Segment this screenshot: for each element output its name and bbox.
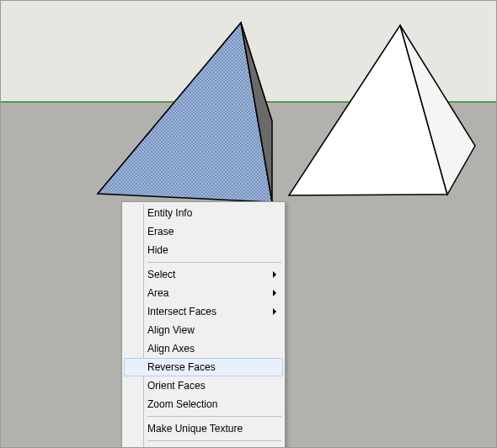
menu-separator: [147, 262, 281, 263]
menu-label: Area: [147, 287, 168, 299]
menu-reverse-faces[interactable]: Reverse Faces: [124, 358, 283, 376]
menu-label: Hide: [147, 244, 168, 256]
menu-label: Align Axes: [147, 343, 195, 355]
menu-label: Erase: [147, 226, 174, 237]
chevron-right-icon: [273, 271, 276, 278]
menu-add-photo-texture[interactable]: Add Photo Texture: [124, 444, 283, 448]
menu-separator: [147, 416, 281, 417]
menu-orient-faces[interactable]: Orient Faces: [124, 376, 283, 395]
menu-label: Make Unique Texture: [147, 423, 243, 435]
menu-label: Reverse Faces: [147, 361, 216, 373]
menu-label: Intersect Faces: [147, 306, 216, 317]
menu-label: Orient Faces: [147, 380, 206, 392]
menu-align-axes[interactable]: Align Axes: [124, 339, 283, 358]
menu-align-view[interactable]: Align View: [124, 321, 283, 339]
menu-label: Zoom Selection: [147, 398, 217, 410]
menu-intersect-faces[interactable]: Intersect Faces: [124, 302, 283, 321]
menu-label: Align View: [147, 324, 195, 336]
menu-label: Entity Info: [147, 207, 192, 219]
menu-hide[interactable]: Hide: [124, 241, 283, 259]
menu-erase[interactable]: Erase: [124, 222, 283, 241]
chevron-right-icon: [273, 308, 276, 315]
menu-label: Select: [147, 269, 175, 280]
chevron-right-icon: [273, 290, 276, 296]
menu-zoom-selection[interactable]: Zoom Selection: [124, 395, 283, 413]
menu-area[interactable]: Area: [124, 284, 283, 302]
menu-separator: [147, 440, 281, 441]
menu-make-unique-texture[interactable]: Make Unique Texture: [124, 419, 283, 438]
viewport-3d[interactable]: Entity Info Erase Hide Select Area Inter…: [1, 1, 496, 447]
context-menu: Entity Info Erase Hide Select Area Inter…: [121, 201, 286, 448]
menu-entity-info[interactable]: Entity Info: [124, 204, 283, 222]
menu-select[interactable]: Select: [124, 265, 283, 284]
